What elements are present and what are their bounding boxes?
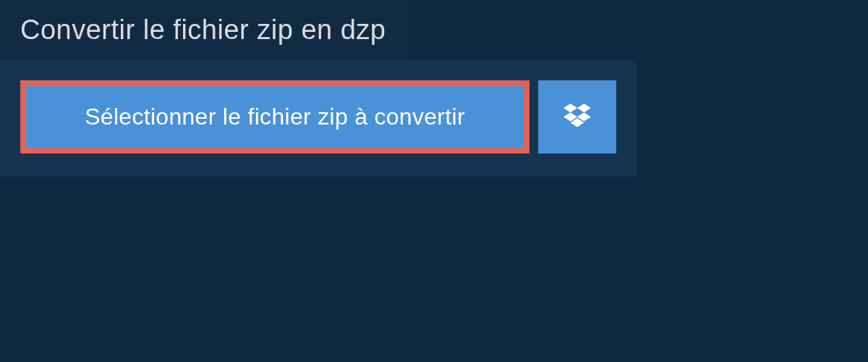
header-bar: Convertir le fichier zip en dzp — [0, 0, 407, 60]
select-file-button[interactable]: Sélectionner le fichier zip à convertir — [20, 80, 529, 153]
button-row: Sélectionner le fichier zip à convertir — [20, 80, 616, 153]
main-panel: Sélectionner le fichier zip à convertir — [0, 60, 637, 177]
select-file-button-label: Sélectionner le fichier zip à convertir — [85, 104, 465, 130]
dropbox-icon — [563, 104, 591, 131]
dropbox-button[interactable] — [538, 80, 616, 153]
page-title: Convertir le fichier zip en dzp — [20, 14, 386, 46]
